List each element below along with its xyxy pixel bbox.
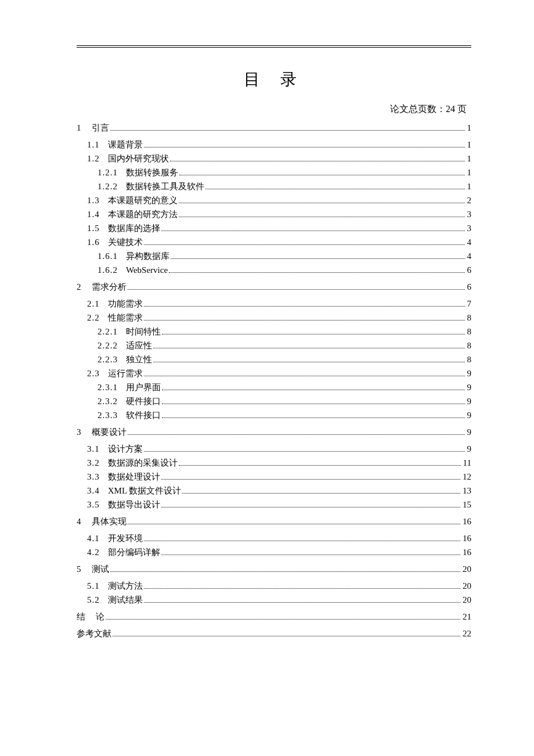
toc-entry-page: 2 bbox=[466, 196, 472, 205]
toc-entry-number: 5 bbox=[77, 565, 81, 574]
toc-leader bbox=[161, 555, 460, 555]
toc-entry: 结论21 bbox=[77, 613, 471, 621]
toc-title: 目 录 bbox=[77, 69, 471, 91]
toc-leader bbox=[182, 493, 460, 494]
toc-entry-number: 4 bbox=[77, 517, 81, 526]
toc-entry-page: 7 bbox=[466, 300, 472, 308]
toc-entry-number: 1.2.1 bbox=[98, 168, 118, 177]
toc-leader bbox=[162, 390, 465, 390]
toc-entry-label: 独立性 bbox=[126, 355, 152, 364]
toc-entry-page: 16 bbox=[461, 517, 471, 526]
toc-leader bbox=[128, 524, 461, 524]
toc-entry-page: 20 bbox=[461, 596, 471, 604]
toc-entry: 2.2性能需求8 bbox=[77, 314, 471, 322]
toc-leader bbox=[169, 272, 464, 273]
toc-leader bbox=[162, 404, 465, 404]
toc-entry-page: 8 bbox=[466, 355, 472, 364]
toc-entry-label: 本课题的研究方法 bbox=[108, 210, 178, 219]
toc-entry: 2.2.3独立性8 bbox=[77, 355, 471, 364]
toc-entry-number: 2.2.2 bbox=[98, 341, 118, 350]
toc-leader bbox=[161, 507, 460, 507]
toc-entry-label: 运行需求 bbox=[108, 369, 143, 378]
toc-entry: 参考文献22 bbox=[77, 629, 471, 638]
toc-entry: 4.1开发环境16 bbox=[77, 534, 471, 543]
toc-entry-page: 1 bbox=[466, 124, 472, 132]
toc-leader bbox=[144, 147, 465, 147]
toc-entry-page: 9 bbox=[466, 411, 472, 420]
toc-entry-page: 12 bbox=[461, 473, 471, 481]
toc-entry-number: 1.6.1 bbox=[98, 252, 118, 261]
toc-leader bbox=[144, 320, 465, 321]
toc-leader bbox=[144, 244, 465, 245]
toc-entry-label: 设计方案 bbox=[108, 445, 143, 453]
toc-entry: 1.6关键技术4 bbox=[77, 238, 471, 247]
toc-entry-number: 5.1 bbox=[87, 582, 100, 591]
toc-leader bbox=[128, 434, 465, 435]
toc-entry: 1.6.2WebService6 bbox=[77, 266, 471, 275]
toc-entry-label: 数据转换服务 bbox=[126, 168, 178, 177]
toc-entry-label: 性能需求 bbox=[108, 314, 143, 322]
toc-entry-label: XML 数据文件设计 bbox=[108, 487, 182, 495]
toc-entry-number: 2.2.3 bbox=[98, 355, 118, 364]
toc-entry-page: 1 bbox=[466, 182, 472, 191]
toc-entry-number: 结 bbox=[77, 613, 85, 621]
toc-entry: 1.2国内外研究现状1 bbox=[77, 154, 471, 163]
toc-entry-label: 部分编码详解 bbox=[108, 548, 160, 557]
toc-entry-label: 数据源的采集设计 bbox=[108, 459, 178, 467]
toc-entry-number: 2.3 bbox=[87, 369, 100, 378]
toc-entry: 3.5数据导出设计15 bbox=[77, 501, 471, 509]
toc-entry-page: 9 bbox=[466, 428, 472, 437]
toc-entry-label: 数据导出设计 bbox=[108, 501, 160, 509]
toc-entry-number: 1.3 bbox=[87, 196, 100, 205]
toc-entry-page: 22 bbox=[461, 629, 471, 638]
toc-entry-number: 1.4 bbox=[87, 210, 100, 219]
toc-entry-page: 6 bbox=[466, 266, 472, 275]
toc-leader bbox=[144, 588, 460, 589]
toc-entry: 1.2.1数据转换服务1 bbox=[77, 168, 471, 177]
toc-entry-label: WebService bbox=[126, 266, 168, 275]
toc-entry: 2.2.1时间特性8 bbox=[77, 327, 471, 336]
toc-entry-label: 数据转换工具及软件 bbox=[126, 182, 204, 191]
toc-entry-page: 6 bbox=[466, 283, 472, 291]
toc-entry-page: 3 bbox=[466, 224, 472, 233]
toc-entry-number: 3.2 bbox=[87, 459, 100, 467]
toc-leader bbox=[106, 619, 460, 620]
toc-entry-label: 用户界面 bbox=[126, 383, 161, 392]
toc-leader bbox=[153, 362, 465, 362]
toc-entry-number: 2.1 bbox=[87, 300, 100, 308]
toc-leader bbox=[153, 348, 465, 348]
toc-entry-page: 16 bbox=[461, 534, 471, 543]
toc-entry: 1引言1 bbox=[77, 124, 471, 132]
toc-leader bbox=[144, 376, 465, 376]
toc-entry: 2.1功能需求7 bbox=[77, 300, 471, 308]
toc-entry-page: 8 bbox=[466, 341, 472, 350]
toc-entry-number: 2.3.2 bbox=[98, 397, 118, 406]
toc-entry-number: 1.6.2 bbox=[98, 266, 118, 275]
toc-entry-number: 4.1 bbox=[87, 534, 100, 543]
toc-leader bbox=[170, 161, 465, 161]
toc-entry: 3.2数据源的采集设计11 bbox=[77, 459, 471, 467]
toc-entry-number: 1.2 bbox=[87, 154, 100, 163]
toc-entry-label: 概要设计 bbox=[92, 428, 127, 437]
toc-entry-number: 2 bbox=[77, 283, 81, 291]
toc-entry-label: 论 bbox=[96, 613, 104, 621]
toc-entry: 1.3本课题研究的意义2 bbox=[77, 196, 471, 205]
toc-entry-page: 4 bbox=[466, 252, 472, 261]
toc-entry-number: 1.6 bbox=[87, 238, 100, 247]
toc-leader bbox=[144, 451, 465, 452]
toc-entry: 3概要设计9 bbox=[77, 428, 471, 437]
toc-leader bbox=[113, 636, 460, 636]
toc-entry-page: 4 bbox=[466, 238, 472, 247]
toc-entry: 1.1课题背景1 bbox=[77, 141, 471, 149]
toc-leader bbox=[179, 465, 461, 466]
toc-entry-page: 9 bbox=[466, 369, 472, 378]
toc-entry-label: 开发环境 bbox=[108, 534, 143, 543]
toc-list: 1引言11.1课题背景11.2国内外研究现状11.2.1数据转换服务11.2.2… bbox=[77, 124, 471, 638]
toc-entry-label: 功能需求 bbox=[108, 300, 143, 308]
toc-entry: 5.2测试结果20 bbox=[77, 596, 471, 604]
toc-entry: 2.3.1用户界面9 bbox=[77, 383, 471, 392]
toc-entry: 3.4XML 数据文件设计13 bbox=[77, 487, 471, 495]
toc-entry-page: 3 bbox=[466, 210, 472, 219]
toc-entry-page: 9 bbox=[466, 383, 472, 392]
toc-entry-number: 5.2 bbox=[87, 596, 100, 604]
